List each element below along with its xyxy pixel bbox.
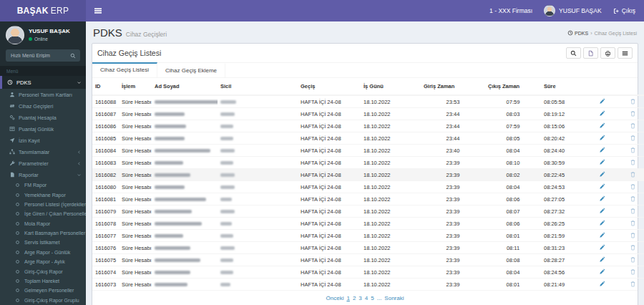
- edit-button[interactable]: [599, 183, 605, 190]
- delete-button[interactable]: [630, 147, 636, 153]
- row-is-gunu: 18.10.2022: [361, 181, 421, 193]
- report-item[interactable]: Giriş-Çıkış Rapor Gruplu: [0, 296, 86, 305]
- navbar-user-menu[interactable]: YUSUF BAŞAK: [544, 5, 602, 16]
- report-item[interactable]: Gelmeyen Personeller: [0, 286, 86, 295]
- trash-icon: [630, 159, 636, 165]
- report-item[interactable]: Arge Rapor - Aylık: [0, 257, 86, 266]
- sidebar-subitem[interactable]: Puantaj Günlük: [0, 123, 86, 135]
- report-item[interactable]: Toplam Hareket: [0, 276, 86, 286]
- sidebar-item-pdks[interactable]: PDKS: [0, 76, 86, 89]
- report-item[interactable]: İşe Giren / Çıkan Personeller: [0, 209, 86, 218]
- report-item[interactable]: Yemekhane Rapor: [0, 190, 86, 199]
- sidebar-subitem[interactable]: Personel Tanım Kartları: [0, 89, 86, 100]
- report-item[interactable]: Arge Rapor - Günlük: [0, 248, 86, 257]
- page-link[interactable]: 1: [346, 295, 349, 301]
- table-row: 1616082Süre HesabıHAFTA İÇİ 24-0818.10.2…: [92, 169, 644, 181]
- edit-button[interactable]: [599, 110, 605, 117]
- breadcrumb-root-link[interactable]: PDKS: [567, 30, 588, 36]
- pagination-next[interactable]: Sonraki: [384, 295, 404, 301]
- report-item[interactable]: Mola Rapor: [0, 219, 86, 228]
- sidebar-subitem[interactable]: Tanımlamalar: [0, 146, 86, 158]
- delete-button[interactable]: [630, 135, 636, 141]
- report-item[interactable]: Kart Basmayan Personeller: [0, 228, 86, 238]
- search-submit-button[interactable]: [66, 53, 80, 59]
- delete-button[interactable]: [630, 208, 636, 214]
- brand-logo[interactable]: BAŞAK ERP: [0, 0, 86, 21]
- edit-button[interactable]: [599, 122, 605, 129]
- trash-icon: [630, 232, 636, 238]
- delete-button[interactable]: [630, 220, 636, 226]
- column-header: Geçiş: [298, 78, 361, 95]
- edit-button[interactable]: [599, 268, 605, 275]
- edit-button[interactable]: [599, 281, 605, 287]
- delete-button[interactable]: [630, 122, 636, 129]
- edit-button[interactable]: [599, 244, 605, 251]
- row-gecis: HAFTA İÇİ 24-08: [298, 242, 361, 254]
- row-sicil-redacted: [218, 132, 298, 145]
- edit-button[interactable]: [599, 256, 605, 263]
- delete-button[interactable]: [630, 268, 636, 275]
- pencil-icon: [599, 135, 605, 141]
- delete-button[interactable]: [630, 244, 636, 251]
- report-item[interactable]: Giriş-Çıkış Rapor: [0, 266, 86, 276]
- report-item[interactable]: Servis İstikamet: [0, 238, 86, 247]
- row-giris-zaman: 23:44: [421, 108, 485, 120]
- delete-button[interactable]: [630, 195, 636, 202]
- quick-menu-search-input[interactable]: [6, 49, 66, 62]
- sidebar-subitem[interactable]: Puantaj Hesapla: [0, 112, 86, 123]
- content-header: PDKSCihaz Geçişleri PDKS › Cihaz Geçiş L…: [86, 21, 644, 43]
- edit-button[interactable]: [599, 147, 605, 153]
- delete-button[interactable]: [630, 98, 636, 105]
- delete-button[interactable]: [630, 281, 636, 287]
- page-link[interactable]: 2: [353, 295, 356, 301]
- logout-button[interactable]: Çıkış: [613, 7, 635, 14]
- tab-cihaz-gecis-listesi[interactable]: Cihaz Geçiş Listesi: [92, 62, 157, 77]
- delete-button[interactable]: [630, 110, 636, 117]
- search-tool-button[interactable]: [566, 47, 581, 59]
- page-link[interactable]: 4: [365, 295, 368, 301]
- row-gecis: HAFTA İÇİ 24-08: [298, 145, 361, 157]
- row-is-gunu: 18.10.2022: [361, 157, 421, 169]
- page-link[interactable]: 5: [371, 295, 374, 301]
- row-gecis: HAFTA İÇİ 24-08: [298, 157, 361, 169]
- row-ad-soyad-redacted: [152, 279, 218, 291]
- sidebar-item-label: PDKS: [16, 79, 31, 86]
- report-item[interactable]: Personel Listesi (İçerdekiler): [0, 200, 86, 209]
- row-sure: 08:26:25: [541, 218, 587, 230]
- sidebar-toggle-button[interactable]: [86, 0, 110, 21]
- export-tool-button[interactable]: [583, 47, 598, 59]
- edit-button[interactable]: [599, 232, 605, 238]
- tab-cihaz-gecis-ekleme[interactable]: Cihaz Geçiş Ekleme: [157, 63, 225, 77]
- edit-button[interactable]: [599, 220, 605, 226]
- edit-button[interactable]: [599, 135, 605, 141]
- delete-button[interactable]: [630, 183, 636, 190]
- row-is-gunu: 18.10.2022: [361, 242, 421, 254]
- pagination-prev[interactable]: Önceki: [326, 295, 344, 301]
- sidebar-subitem[interactable]: İzin Kayıt: [0, 135, 86, 146]
- delete-button[interactable]: [630, 159, 636, 165]
- edit-button[interactable]: [599, 208, 605, 214]
- row-sicil-redacted: [218, 157, 298, 169]
- delete-button[interactable]: [630, 232, 636, 238]
- delete-button[interactable]: [630, 256, 636, 263]
- circle-o-icon: [14, 240, 21, 245]
- row-ad-soyad-redacted: [152, 266, 218, 279]
- edit: [587, 279, 617, 291]
- list-tool-button[interactable]: [618, 47, 633, 59]
- row-sure: 08:19:12: [541, 108, 587, 120]
- report-item[interactable]: FM Rapor: [0, 180, 86, 190]
- sidebar-subitem[interactable]: Cihaz Geçişleri: [0, 100, 86, 112]
- edit: [587, 193, 617, 205]
- edit-button[interactable]: [599, 195, 605, 202]
- page-link[interactable]: 3: [358, 295, 361, 301]
- edit-button[interactable]: [599, 171, 605, 178]
- sidebar-subitem[interactable]: Raporlar: [0, 169, 86, 180]
- chevron-down-icon: [77, 80, 82, 85]
- print-tool-button[interactable]: [600, 47, 615, 59]
- sidebar-subitem[interactable]: Parametreler: [0, 158, 86, 169]
- delete-button[interactable]: [630, 171, 636, 178]
- edit-button[interactable]: [599, 159, 605, 165]
- del: [617, 279, 644, 291]
- trash-icon: [630, 208, 636, 214]
- edit-button[interactable]: [599, 98, 605, 105]
